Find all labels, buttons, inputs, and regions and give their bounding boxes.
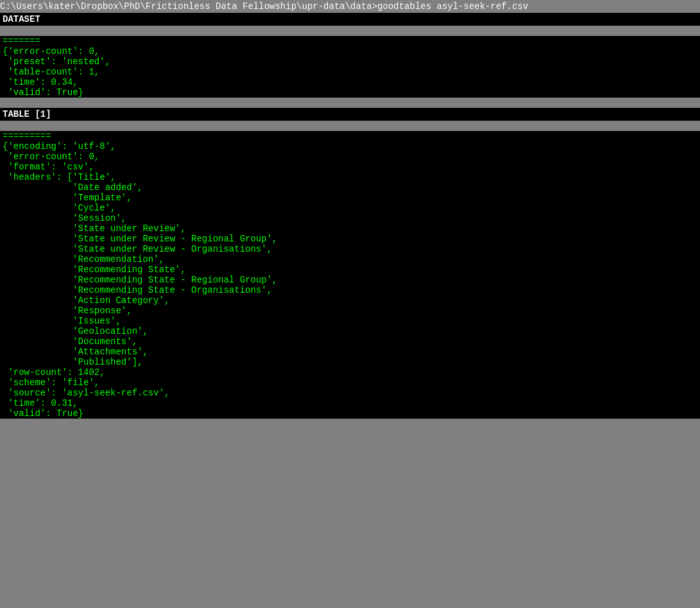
data-line: 'headers': ['Title', bbox=[0, 172, 700, 182]
data-line: 'State under Review - Organisations', bbox=[0, 244, 700, 254]
data-line: 'row-count': 1402, bbox=[0, 367, 700, 378]
data-line: 'Recommendation', bbox=[0, 254, 700, 265]
dataset-block: {'error-count': 0, 'preset': 'nested', '… bbox=[0, 46, 700, 98]
data-line: 'table-count': 1, bbox=[0, 67, 700, 77]
data-line: 'time': 0.31, bbox=[0, 398, 700, 408]
table-separator: ========= bbox=[0, 131, 700, 141]
data-line: 'Cycle', bbox=[0, 203, 700, 213]
data-line: 'time': 0.34, bbox=[0, 77, 700, 87]
data-line: 'State under Review - Regional Group', bbox=[0, 234, 700, 244]
data-line: 'Template', bbox=[0, 193, 700, 203]
data-line: 'State under Review', bbox=[0, 223, 700, 234]
data-line: 'Action Category', bbox=[0, 295, 700, 306]
data-line: 'format': 'csv', bbox=[0, 162, 700, 172]
data-line: 'preset': 'nested', bbox=[0, 56, 700, 67]
data-line: 'Attachments', bbox=[0, 347, 700, 357]
data-line: 'valid': True} bbox=[0, 408, 700, 419]
dataset-header: DATASET bbox=[0, 13, 700, 26]
data-line: 'source': 'asyl-seek-ref.csv', bbox=[0, 388, 700, 398]
data-line: 'Documents', bbox=[0, 336, 700, 347]
data-line: 'Issues', bbox=[0, 316, 700, 326]
data-line: 'Geolocation', bbox=[0, 326, 700, 336]
command-line: C:\Users\kater\Dropbox\PhD\Frictionless … bbox=[0, 0, 700, 13]
data-line: 'scheme': 'file', bbox=[0, 378, 700, 388]
terminal-window: C:\Users\kater\Dropbox\PhD\Frictionless … bbox=[0, 0, 700, 608]
data-line: 'error-count': 0, bbox=[0, 152, 700, 162]
data-line: 'Date added', bbox=[0, 182, 700, 193]
table-block: {'encoding': 'utf-8', 'error-count': 0, … bbox=[0, 141, 700, 419]
data-line: 'Response', bbox=[0, 306, 700, 316]
data-line: 'valid': True} bbox=[0, 87, 700, 98]
data-line: 'Recommending State - Regional Group', bbox=[0, 275, 700, 285]
data-line: 'Recommending State', bbox=[0, 265, 700, 275]
data-line: 'Session', bbox=[0, 213, 700, 223]
data-line: {'error-count': 0, bbox=[0, 46, 700, 56]
data-line: {'encoding': 'utf-8', bbox=[0, 141, 700, 152]
data-line: 'Published'], bbox=[0, 357, 700, 367]
data-line: 'Recommending State - Organisations', bbox=[0, 285, 700, 295]
table-header: TABLE [1] bbox=[0, 108, 700, 121]
dataset-separator: ======= bbox=[0, 36, 700, 46]
